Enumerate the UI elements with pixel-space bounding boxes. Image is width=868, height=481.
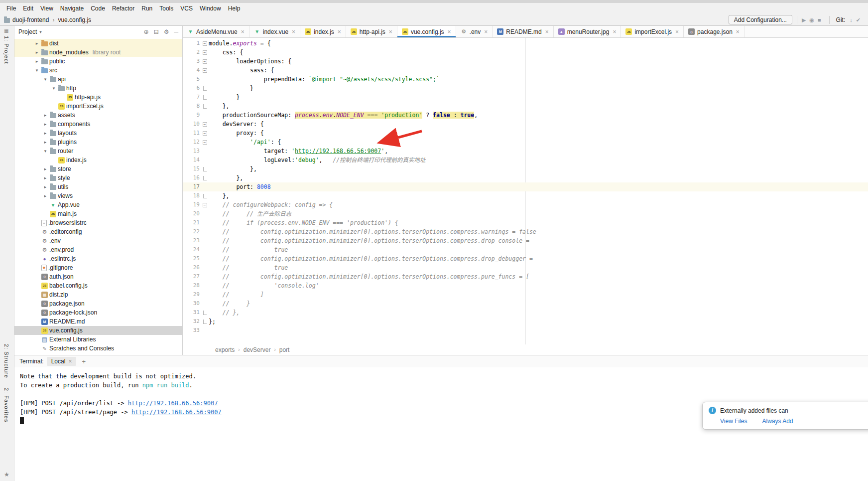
chevron-collapsed-icon[interactable]: ▸ (34, 59, 40, 64)
chevron-collapsed-icon[interactable]: ▸ (42, 175, 48, 180)
notification-action-always-add[interactable]: Always Add (762, 418, 793, 425)
new-terminal-tab-icon[interactable]: + (79, 358, 88, 365)
fold-marker-icon[interactable]: − (201, 68, 209, 73)
chevron-expanded-icon[interactable]: ▾ (42, 77, 48, 82)
fold-marker-icon[interactable]: − (201, 50, 209, 55)
tree-item-index-js[interactable]: index.js (14, 156, 182, 164)
locate-file-icon[interactable]: ⊕ (144, 28, 149, 35)
code-line-2[interactable]: 2− css: { (183, 48, 868, 57)
close-tab-icon[interactable]: × (241, 28, 245, 35)
tree-item-components[interactable]: ▸components (14, 120, 182, 129)
tree-item-api[interactable]: ▾api (14, 75, 182, 84)
nav-breadcrumb-file[interactable]: vue.config.js (58, 16, 91, 23)
code-line-28[interactable]: 28 // 'console.log' (183, 281, 868, 290)
code-line-30[interactable]: 30 // } (183, 299, 868, 308)
menu-window[interactable]: Window (196, 4, 225, 13)
chevron-down-icon[interactable]: ▾ (39, 29, 42, 34)
tree-item-vue-config-js[interactable]: vue.config.js (14, 326, 182, 335)
code-line-29[interactable]: 29 // ] (183, 290, 868, 299)
fold-marker-icon[interactable]: − (201, 131, 209, 136)
fold-marker-icon[interactable] (201, 194, 209, 198)
tree-item-babel-config-js[interactable]: babel.config.js (14, 281, 182, 290)
code-line-24[interactable]: 24 // true (183, 245, 868, 254)
close-terminal-tab-icon[interactable]: × (68, 358, 72, 365)
menu-view[interactable]: View (37, 4, 57, 13)
tab-importexcel-js[interactable]: importExcel.js× (621, 26, 684, 37)
chevron-collapsed-icon[interactable]: ▸ (42, 140, 48, 145)
code-line-27[interactable]: 27 // config.optimization.minimizer[0].o… (183, 272, 868, 281)
fold-marker-icon[interactable]: − (201, 140, 209, 145)
chevron-collapsed-icon[interactable]: ▸ (42, 184, 48, 189)
code-line-7[interactable]: 7 } (183, 93, 868, 102)
close-tab-icon[interactable]: × (613, 28, 616, 35)
code-line-19[interactable]: 19− // configureWebpack: config => { (183, 200, 868, 209)
tree-item-http[interactable]: ▾http (14, 84, 182, 93)
breadcrumb-devserver[interactable]: devServer (244, 346, 271, 353)
code-line-5[interactable]: 5 prependData: `@import "~@/assets/scss/… (183, 75, 868, 84)
chevron-collapsed-icon[interactable]: ▸ (34, 41, 40, 46)
tab-readme-md[interactable]: README.md× (493, 26, 553, 37)
git-widget-label[interactable]: Git: (836, 16, 846, 23)
fold-marker-icon[interactable]: − (201, 59, 209, 64)
close-tab-icon[interactable]: × (448, 28, 451, 35)
chevron-collapsed-icon[interactable]: ▸ (34, 50, 40, 55)
close-tab-icon[interactable]: × (389, 28, 392, 35)
stop-icon[interactable]: ■ (818, 17, 821, 23)
fold-marker-icon[interactable]: − (201, 203, 209, 207)
tree-item-router[interactable]: ▾router (14, 147, 182, 156)
code-line-11[interactable]: 11− proxy: { (183, 129, 868, 138)
close-tab-icon[interactable]: × (484, 28, 488, 35)
settings-icon[interactable]: ⚙ (164, 28, 169, 35)
menu-vcs[interactable]: VCS (177, 4, 196, 13)
code-line-10[interactable]: 10− devServer: { (183, 120, 868, 129)
tree-item-plugins[interactable]: ▸plugins (14, 138, 182, 147)
menu-refactor[interactable]: Refactor (109, 4, 138, 13)
fold-marker-icon[interactable] (201, 104, 209, 109)
tool-window-button-favorites[interactable]: 2: Favorites (3, 388, 9, 422)
tab-asidemenu-vue[interactable]: AsideMenu.vue× (183, 26, 249, 37)
code-line-14[interactable]: 14 logLevel:'debug', //控制台终端打印代理前的真实地址 (183, 156, 868, 164)
fold-marker-icon[interactable] (201, 167, 209, 171)
tree-item-readme-md[interactable]: README.md (14, 317, 182, 326)
tree-item-importexcel-js[interactable]: importExcel.js (14, 102, 182, 111)
code-line-13[interactable]: 13 target: 'http://192.168.66.56:9007', (183, 147, 868, 156)
code-line-18[interactable]: 18 }, (183, 191, 868, 200)
code-line-17[interactable]: 17 port: 8008 (183, 182, 868, 191)
code-line-12[interactable]: 12− '/api': { (183, 138, 868, 147)
code-line-1[interactable]: 1−module.exports = { (183, 39, 868, 48)
code-line-25[interactable]: 25 // config.optimization.minimizer[0].o… (183, 254, 868, 263)
code-line-3[interactable]: 3− loaderOptions: { (183, 57, 868, 66)
fold-marker-icon[interactable] (201, 320, 209, 324)
code-line-22[interactable]: 22 // config.optimization.minimizer[0].o… (183, 227, 868, 236)
tree-item-main-js[interactable]: main.js (14, 209, 182, 218)
code-line-20[interactable]: 20 // // 生产去除日志 (183, 209, 868, 218)
notification-action-view-files[interactable]: View Files (720, 418, 747, 425)
code-line-23[interactable]: 23 // config.optimization.minimizer[0].o… (183, 236, 868, 245)
nav-breadcrumb-project[interactable]: duoji-frontend (12, 16, 49, 23)
add-configuration-button[interactable]: Add Configuration... (729, 15, 792, 24)
tab-env[interactable]: .env× (456, 26, 493, 37)
tree-item-editorconfig[interactable]: .editorconfig (14, 227, 182, 236)
chevron-collapsed-icon[interactable]: ▸ (42, 131, 48, 136)
tree-item-src[interactable]: ▾src (14, 66, 182, 75)
tab-menurouter-jpg[interactable]: menuRouter.jpg× (554, 26, 621, 37)
code-line-4[interactable]: 4− sass: { (183, 66, 868, 75)
project-panel-title[interactable]: Project (18, 28, 37, 35)
menu-file[interactable]: File (3, 4, 19, 13)
fold-marker-icon[interactable] (201, 311, 209, 315)
tree-item-eslintrc-js[interactable]: .eslintrc.js (14, 254, 182, 263)
tab-index-js[interactable]: index.js× (300, 26, 346, 37)
close-tab-icon[interactable]: × (545, 28, 549, 35)
tree-item-auth-json[interactable]: auth.json (14, 272, 182, 281)
tree-item-utils[interactable]: ▸utils (14, 182, 182, 191)
code-line-33[interactable]: 33 (183, 326, 868, 335)
tool-window-button-structure[interactable]: 2: Structure (3, 344, 9, 378)
tree-item-http-api-js[interactable]: http-api.js (14, 93, 182, 102)
close-tab-icon[interactable]: × (338, 28, 341, 35)
terminal-link[interactable]: http://192.168.66.56:9007 (131, 409, 222, 416)
code-line-6[interactable]: 6 } (183, 84, 868, 93)
tab-http-api-js[interactable]: http-api.js× (346, 26, 397, 37)
menu-code[interactable]: Code (87, 4, 109, 13)
favorites-star-icon[interactable]: ★ (4, 471, 9, 478)
tree-item-browserslistrc[interactable]: .browserslistrc (14, 218, 182, 227)
